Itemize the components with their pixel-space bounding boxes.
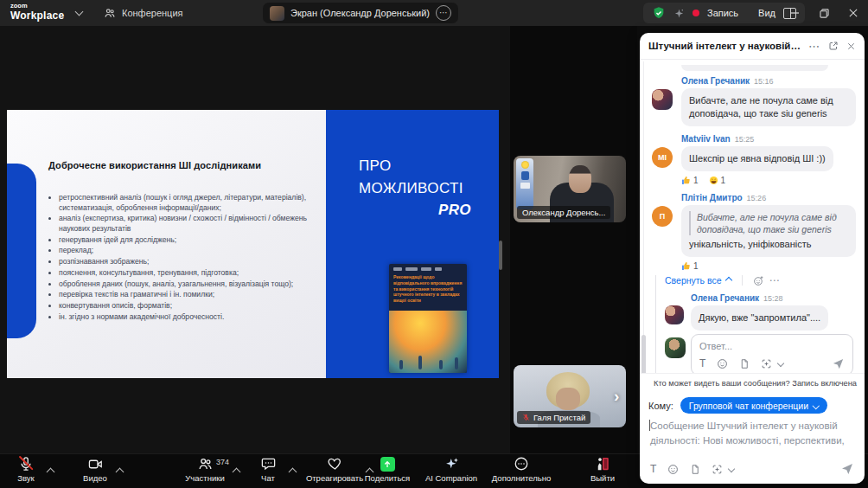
thread-more-icon[interactable]: ⋯ xyxy=(769,275,781,286)
book-logo xyxy=(435,267,442,271)
logo-line-workplace: Workplace xyxy=(10,10,64,21)
shared-screen-scrollbar[interactable] xyxy=(499,241,502,270)
video-button[interactable]: Видео xyxy=(59,456,131,483)
recording-label[interactable]: Запись xyxy=(707,8,738,18)
laugh-reaction[interactable]: 1 xyxy=(709,176,726,185)
close-window-button[interactable] xyxy=(839,0,868,26)
tab-shared-screen[interactable]: Экран (Олександр Доренський) ⋯ xyxy=(263,3,458,23)
participant-name-tag: Галя Пристай xyxy=(517,411,590,424)
thumbsup-reaction[interactable]: 1 xyxy=(681,261,699,271)
avatar xyxy=(652,89,673,110)
share-icon xyxy=(380,457,395,472)
tab-options-icon[interactable]: ⋯ xyxy=(436,5,451,21)
reply-composer: Ответ... T xyxy=(665,334,856,373)
slide-bullet: ін. згідно з нормами академічної доброче… xyxy=(59,312,323,323)
audio-button[interactable]: Звук xyxy=(0,456,62,483)
message-reactions: 1 xyxy=(681,261,856,271)
divider xyxy=(742,275,743,286)
message-sender: Олена Гречаник xyxy=(691,293,759,303)
book-logo xyxy=(393,267,402,271)
chat-message: Олена Гречаник15:16 Вибачте, але не почу… xyxy=(652,76,856,126)
thumbsup-icon xyxy=(681,261,691,271)
attach-file-icon[interactable] xyxy=(690,464,700,475)
ai-sparkle-status-icon[interactable] xyxy=(673,8,685,19)
chat-message: П Плітін Дмитро15:26 Вибачте, але не поч… xyxy=(652,193,856,271)
popout-icon[interactable] xyxy=(828,41,839,51)
tab-conference-label: Конференция xyxy=(122,8,182,18)
avatar: П xyxy=(652,206,673,227)
video-tile-oleksandr[interactable]: Олександр Доренсь... xyxy=(514,156,626,222)
workspace-chevron-down-icon[interactable] xyxy=(75,8,84,16)
participant-silhouette-head xyxy=(569,165,591,193)
participants-button[interactable]: Участники 374 xyxy=(169,456,241,483)
video-tile-galya[interactable]: Галя Пристай xyxy=(514,365,626,427)
book-cover-illustration xyxy=(389,311,467,373)
to-label: Кому: xyxy=(648,401,673,411)
message-time: 15:16 xyxy=(754,77,774,86)
close-chat-icon[interactable] xyxy=(846,42,856,51)
screenshot-options-chevron[interactable] xyxy=(777,360,784,367)
privacy-note-text[interactable]: Кто может видеть ваши сообщения? Запись … xyxy=(654,379,857,388)
emoji-icon[interactable] xyxy=(717,358,728,369)
chat-scrollbar-thumb[interactable] xyxy=(641,335,646,373)
chat-menu-icon[interactable]: ⋯ xyxy=(808,41,820,52)
reply-input[interactable]: Ответ... T xyxy=(691,334,853,373)
presentation-slide: Доброчесне використання ШІ дослідниками … xyxy=(7,110,499,378)
chat-button[interactable]: Чат xyxy=(232,456,304,483)
video-label: Видео xyxy=(83,473,107,483)
book-title: Рекомендації щодо відповідального впрова… xyxy=(389,273,467,305)
laugh-icon xyxy=(709,176,718,185)
message-composer[interactable]: Сообщение Штучний інтелект у науковій ді… xyxy=(640,416,865,450)
video-options-chevron[interactable] xyxy=(117,463,123,478)
slide-bullet: генерування ідей для досліджень; xyxy=(59,235,323,246)
slide-bullet-list: ретроспективний аналіз (пошук і огляд дж… xyxy=(48,193,323,323)
screenshot-icon[interactable] xyxy=(712,464,723,475)
composer-placeholder: Сообщение Штучний інтелект у науковій ді… xyxy=(650,421,845,446)
message-sender: Matviiv Ivan xyxy=(681,134,731,144)
recipient-row: Кому: Групповой чат конференции xyxy=(640,393,865,416)
chat-bubble-icon xyxy=(260,456,277,472)
chat-label: Чат xyxy=(261,473,275,483)
format-text-icon[interactable]: T xyxy=(650,464,656,474)
maximize-button[interactable] xyxy=(809,0,839,26)
send-icon[interactable] xyxy=(832,357,845,370)
security-shield-icon[interactable] xyxy=(652,6,666,20)
leave-label: Выйти xyxy=(590,473,615,483)
banner-logo xyxy=(521,161,529,169)
audio-options-chevron[interactable] xyxy=(48,463,54,478)
message-time: 15:26 xyxy=(747,194,767,202)
view-label[interactable]: Вид xyxy=(758,8,775,18)
slide-bullet: пояснення, консультування, тренування, п… xyxy=(59,268,323,279)
slide-bullet: перевірка текстів на граматичні і ін. по… xyxy=(59,290,323,300)
thumbsup-reaction[interactable]: 1 xyxy=(681,176,699,185)
slide-blue-panel: ПРО МОЖЛИВОСТІ PRO Рекомендації щодо від… xyxy=(326,110,499,378)
add-reaction-icon[interactable] xyxy=(753,275,764,286)
emoji-icon[interactable] xyxy=(667,464,679,475)
slide-bullet: оброблення даних (пошук, аналіз, узагаль… xyxy=(59,279,323,290)
screenshot-icon[interactable] xyxy=(761,358,772,369)
screenshot-options-chevron[interactable] xyxy=(728,466,735,472)
book-logo xyxy=(405,267,418,271)
text-cursor xyxy=(649,420,650,431)
tab-conference[interactable]: Конференция xyxy=(104,0,182,26)
ai-companion-sparkle-icon xyxy=(444,456,460,472)
minimize-button[interactable] xyxy=(780,0,809,26)
collapse-all-link[interactable]: Свернуть все xyxy=(665,275,731,286)
virtual-banner xyxy=(516,158,533,209)
next-participants-chevron[interactable]: › xyxy=(614,388,619,404)
format-text-icon[interactable]: T xyxy=(699,358,705,369)
self-avatar xyxy=(665,337,686,358)
recipient-selector[interactable]: Групповой чат конференции xyxy=(680,397,827,414)
message-text: унікальність, уніфікованість xyxy=(689,238,848,251)
audio-label: Звук xyxy=(17,473,34,483)
book-figure xyxy=(455,357,458,369)
tab-shared-screen-label: Экран (Олександр Доренський) xyxy=(290,8,430,18)
ai-companion-button[interactable]: AI Companion xyxy=(412,456,490,483)
leave-button[interactable]: Выйти xyxy=(566,456,639,483)
book-figure xyxy=(439,360,443,369)
more-button[interactable]: Дополнительно xyxy=(481,456,562,483)
privacy-note: Кто может видеть ваши сообщения? Запись … xyxy=(640,373,865,393)
attach-file-icon[interactable] xyxy=(739,358,750,369)
quoted-message: Вибачте, але не почула саме від доповіда… xyxy=(689,211,848,235)
send-icon[interactable] xyxy=(840,462,854,476)
